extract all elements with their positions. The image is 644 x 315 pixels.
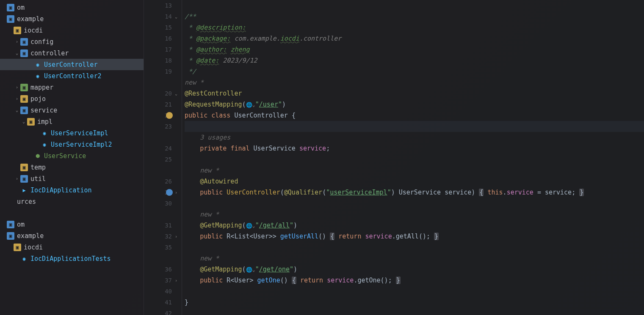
code-line[interactable]: [185, 198, 644, 209]
chevron-icon[interactable]: ⌄: [14, 107, 20, 113]
tree-label: example: [17, 15, 44, 23]
code-line[interactable]: * @package: com.example.iocdi.controller: [185, 33, 644, 44]
tree-item[interactable]: ▶IocDiApplication: [0, 184, 144, 196]
tree-label: config: [30, 38, 53, 46]
tree-label: controller: [30, 49, 69, 57]
code-editor[interactable]: 1314151617181920212223242526273031323536…: [144, 0, 644, 315]
line-number: 23: [165, 121, 172, 132]
code-line[interactable]: */: [185, 66, 644, 77]
tree-item[interactable]: ›▣util: [0, 173, 144, 184]
tree-label: UserServiceImpl: [51, 129, 108, 137]
line-number: 41: [165, 297, 172, 308]
tree-label: iocdi: [24, 244, 43, 251]
code-line[interactable]: [185, 242, 644, 253]
code-line[interactable]: 3 usages: [185, 132, 644, 143]
tree-item[interactable]: [0, 207, 144, 219]
tree-item[interactable]: ◉IocDiApplicationTests: [0, 253, 144, 264]
tree-label: temp: [30, 164, 46, 171]
code-line[interactable]: [185, 308, 644, 315]
tree-item[interactable]: ⌄▣controller: [0, 47, 144, 59]
tree-item[interactable]: ▣example: [0, 13, 144, 25]
tree-item[interactable]: urces: [0, 196, 144, 207]
code-line[interactable]: public UserController(@Qualifier("userSe…: [185, 187, 644, 198]
code-line[interactable]: @GetMapping(🌐⌄"/get/one"): [185, 264, 644, 275]
tree-label: UserController: [44, 61, 97, 68]
fold-icon[interactable]: ›: [173, 187, 180, 198]
tree-label: pojo: [30, 95, 46, 103]
tree-item[interactable]: ⌄▣service: [0, 104, 144, 116]
code-area[interactable]: /** * @description: * @package: com.exam…: [182, 0, 644, 315]
fold-icon[interactable]: ⌄: [173, 88, 180, 99]
tree-item[interactable]: ◉UserServiceImpl: [0, 127, 144, 139]
code-line[interactable]: @RestController: [185, 88, 644, 99]
code-line[interactable]: * @author: zheng: [185, 44, 644, 55]
tree-label: UserService: [44, 152, 86, 160]
class-gutter-icon[interactable]: [166, 112, 173, 119]
line-number: 13: [165, 0, 172, 11]
code-line[interactable]: public R<List<User>> getUserAll() { retu…: [185, 231, 644, 242]
line-number: 25: [165, 154, 172, 165]
gutter: 1314151617181920212223242526273031323536…: [144, 0, 182, 315]
tree-label: impl: [37, 118, 53, 126]
chevron-icon[interactable]: ›: [14, 176, 20, 181]
tree-item[interactable]: ▣om: [0, 2, 144, 13]
line-number: [165, 77, 172, 88]
line-number: 18: [165, 55, 172, 66]
code-line[interactable]: @Autowired: [185, 176, 644, 187]
code-line[interactable]: public class UserController {: [185, 110, 644, 121]
tree-item[interactable]: ›▣mapper: [0, 82, 144, 93]
code-line[interactable]: @RequestMapping(🌐⌄"/user"): [185, 99, 644, 110]
tree-label: IocDiApplicationTests: [30, 255, 111, 263]
code-line[interactable]: [185, 0, 644, 11]
code-line[interactable]: public R<User> getOne() { return service…: [185, 275, 644, 286]
tree-label: om: [17, 4, 25, 11]
line-number: 15: [165, 22, 172, 33]
tree-item[interactable]: ◉UserController: [0, 59, 144, 70]
code-line[interactable]: [185, 286, 644, 297]
chevron-icon[interactable]: ›: [14, 85, 20, 90]
line-number: 42: [165, 308, 172, 315]
code-line[interactable]: [185, 154, 644, 165]
line-number: 26: [165, 176, 172, 187]
tree-label: example: [17, 232, 44, 240]
tree-label: iocdi: [24, 27, 43, 34]
tree-item[interactable]: ▣temp: [0, 162, 144, 173]
tree-item[interactable]: ◉UserServiceImpl2: [0, 139, 144, 150]
code-line[interactable]: @GetMapping(🌐⌄"/get/all"): [185, 220, 644, 231]
line-number: [165, 132, 172, 143]
code-line[interactable]: new *: [185, 165, 644, 176]
chevron-icon[interactable]: ›: [14, 39, 20, 44]
bean-gutter-icon[interactable]: [166, 189, 173, 196]
tree-item[interactable]: ◉UserController2: [0, 70, 144, 82]
fold-icon[interactable]: ›: [173, 275, 180, 286]
tree-item[interactable]: ▣iocdi: [0, 241, 144, 253]
tree-item[interactable]: ›▣config: [0, 36, 144, 47]
project-tree[interactable]: ▣om▣example▣iocdi›▣config⌄▣controller◉Us…: [0, 0, 144, 315]
tree-item[interactable]: ▣om: [0, 219, 144, 230]
fold-icon[interactable]: ›: [173, 231, 180, 242]
fold-icon[interactable]: ⌄: [173, 11, 180, 22]
tree-item[interactable]: ⌄▣impl: [0, 116, 144, 127]
line-number: 20: [165, 88, 172, 99]
chevron-icon[interactable]: ⌄: [14, 50, 20, 56]
line-number: 37: [165, 275, 172, 286]
line-number: [165, 253, 172, 264]
tree-item[interactable]: ⬢UserService: [0, 150, 144, 162]
chevron-icon[interactable]: ›: [14, 96, 20, 101]
code-line[interactable]: new *: [185, 77, 644, 88]
code-line[interactable]: /**: [185, 11, 644, 22]
code-line[interactable]: new *: [185, 209, 644, 220]
line-number: 16: [165, 33, 172, 44]
code-line[interactable]: new *: [185, 253, 644, 264]
tree-item[interactable]: ›▣pojo: [0, 93, 144, 104]
code-line[interactable]: [185, 121, 644, 132]
code-line[interactable]: }: [185, 297, 644, 308]
line-number: 31: [165, 220, 172, 231]
code-line[interactable]: private final UserService service;: [185, 143, 644, 154]
code-line[interactable]: * @date: 2023/9/12: [185, 55, 644, 66]
tree-item[interactable]: ▣iocdi: [0, 25, 144, 36]
code-line[interactable]: * @description:: [185, 22, 644, 33]
line-number: [165, 209, 172, 220]
chevron-icon[interactable]: ⌄: [20, 119, 27, 124]
tree-item[interactable]: ▣example: [0, 230, 144, 241]
